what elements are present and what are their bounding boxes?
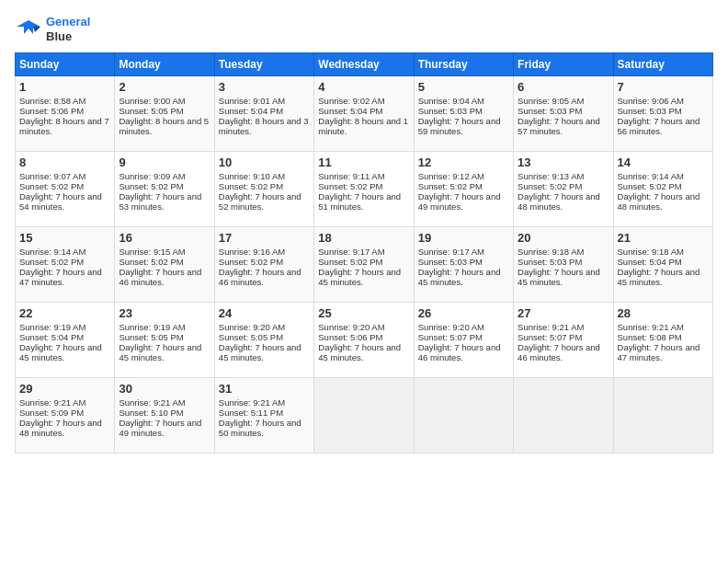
sunrise: Sunrise: 9:17 AM (318, 247, 384, 257)
daylight: Daylight: 7 hours and 45 minutes. (318, 267, 401, 287)
day-number: 23 (119, 306, 210, 320)
day-header-wednesday: Wednesday (314, 53, 414, 76)
calendar-cell: 30Sunrise: 9:21 AMSunset: 5:10 PMDayligh… (115, 378, 214, 454)
daylight: Daylight: 7 hours and 47 minutes. (618, 342, 700, 362)
day-number: 2 (119, 80, 210, 94)
week-row-5: 29Sunrise: 9:21 AMSunset: 5:09 PMDayligh… (16, 378, 713, 454)
sunset: Sunset: 5:11 PM (219, 408, 283, 418)
calendar-cell: 28Sunrise: 9:21 AMSunset: 5:08 PMDayligh… (613, 303, 712, 378)
week-row-3: 15Sunrise: 9:14 AMSunset: 5:02 PMDayligh… (16, 227, 713, 303)
day-number: 17 (219, 231, 310, 245)
sunset: Sunset: 5:02 PM (219, 257, 283, 267)
sunset: Sunset: 5:04 PM (318, 106, 382, 116)
daylight: Daylight: 7 hours and 45 minutes. (618, 267, 700, 287)
day-number: 24 (219, 306, 310, 320)
daylight: Daylight: 7 hours and 45 minutes. (119, 342, 201, 362)
sunrise: Sunrise: 9:18 AM (518, 247, 584, 257)
daylight: Daylight: 7 hours and 47 minutes. (19, 267, 102, 287)
day-number: 9 (119, 155, 210, 169)
sunset: Sunset: 5:02 PM (19, 181, 84, 191)
calendar-cell: 11Sunrise: 9:11 AMSunset: 5:02 PMDayligh… (314, 152, 414, 227)
calendar-cell: 15Sunrise: 9:14 AMSunset: 5:02 PMDayligh… (16, 227, 115, 303)
sunset: Sunset: 5:02 PM (418, 181, 483, 191)
sunrise: Sunrise: 9:21 AM (119, 397, 185, 408)
daylight: Daylight: 7 hours and 53 minutes. (119, 191, 201, 212)
calendar-cell: 13Sunrise: 9:13 AMSunset: 5:02 PMDayligh… (514, 152, 613, 227)
sunrise: Sunrise: 9:19 AM (119, 322, 185, 332)
sunset: Sunset: 5:02 PM (219, 181, 283, 191)
sunset: Sunset: 5:09 PM (19, 408, 84, 418)
day-number: 21 (618, 231, 709, 245)
sunrise: Sunrise: 9:09 AM (119, 171, 185, 181)
calendar-cell: 16Sunrise: 9:15 AMSunset: 5:02 PMDayligh… (115, 227, 214, 303)
sunrise: Sunrise: 9:20 AM (418, 322, 484, 332)
daylight: Daylight: 8 hours and 1 minute. (318, 116, 408, 136)
sunrise: Sunrise: 9:04 AM (418, 96, 484, 106)
daylight: Daylight: 7 hours and 48 minutes. (518, 191, 600, 212)
calendar-cell: 5Sunrise: 9:04 AMSunset: 5:03 PMDaylight… (414, 76, 513, 152)
sunrise: Sunrise: 9:01 AM (219, 96, 285, 106)
daylight: Daylight: 7 hours and 50 minutes. (219, 418, 301, 438)
day-number: 28 (618, 306, 709, 320)
sunset: Sunset: 5:07 PM (518, 332, 582, 342)
day-number: 12 (418, 155, 509, 169)
sunrise: Sunrise: 9:14 AM (19, 247, 85, 257)
calendar-cell: 31Sunrise: 9:21 AMSunset: 5:11 PMDayligh… (214, 378, 313, 454)
day-number: 6 (518, 80, 609, 94)
sunrise: Sunrise: 9:12 AM (418, 171, 484, 181)
calendar-cell: 18Sunrise: 9:17 AMSunset: 5:02 PMDayligh… (314, 227, 414, 303)
daylight: Daylight: 7 hours and 45 minutes. (518, 267, 600, 287)
calendar-cell: 4Sunrise: 9:02 AMSunset: 5:04 PMDaylight… (314, 76, 414, 152)
day-number: 5 (418, 80, 509, 94)
sunset: Sunset: 5:04 PM (219, 106, 283, 116)
calendar-cell (314, 378, 414, 454)
calendar-cell: 24Sunrise: 9:20 AMSunset: 5:05 PMDayligh… (214, 303, 313, 378)
day-header-saturday: Saturday (613, 53, 712, 76)
sunset: Sunset: 5:02 PM (618, 181, 682, 191)
daylight: Daylight: 7 hours and 45 minutes. (219, 342, 301, 362)
sunset: Sunset: 5:03 PM (418, 106, 483, 116)
day-header-friday: Friday (514, 53, 613, 76)
day-number: 4 (318, 80, 409, 94)
day-number: 29 (19, 382, 110, 396)
sunrise: Sunrise: 9:14 AM (618, 171, 684, 181)
daylight: Daylight: 7 hours and 48 minutes. (19, 418, 102, 438)
daylight: Daylight: 7 hours and 56 minutes. (618, 116, 700, 136)
day-header-tuesday: Tuesday (214, 53, 313, 76)
calendar-cell (613, 378, 712, 454)
header: GeneralBlue (15, 15, 713, 43)
sunrise: Sunrise: 9:13 AM (518, 171, 584, 181)
calendar-cell: 2Sunrise: 9:00 AMSunset: 5:05 PMDaylight… (115, 76, 214, 152)
daylight: Daylight: 7 hours and 57 minutes. (518, 116, 600, 136)
day-number: 26 (418, 306, 509, 320)
sunset: Sunset: 5:06 PM (318, 332, 382, 342)
sunset: Sunset: 5:04 PM (618, 257, 682, 267)
calendar-cell: 8Sunrise: 9:07 AMSunset: 5:02 PMDaylight… (16, 152, 115, 227)
calendar-cell: 14Sunrise: 9:14 AMSunset: 5:02 PMDayligh… (613, 152, 712, 227)
day-number: 22 (19, 306, 110, 320)
sunrise: Sunrise: 9:02 AM (318, 96, 384, 106)
sunrise: Sunrise: 9:07 AM (19, 171, 85, 181)
calendar-cell: 7Sunrise: 9:06 AMSunset: 5:03 PMDaylight… (613, 76, 712, 152)
sunrise: Sunrise: 9:21 AM (518, 322, 584, 332)
week-row-4: 22Sunrise: 9:19 AMSunset: 5:04 PMDayligh… (16, 303, 713, 378)
logo-text: GeneralBlue (46, 15, 90, 43)
calendar-cell: 6Sunrise: 9:05 AMSunset: 5:03 PMDaylight… (514, 76, 613, 152)
sunset: Sunset: 5:05 PM (219, 332, 283, 342)
calendar-cell (514, 378, 613, 454)
day-number: 7 (618, 80, 709, 94)
sunset: Sunset: 5:05 PM (119, 332, 183, 342)
day-header-thursday: Thursday (414, 53, 513, 76)
day-number: 19 (418, 231, 509, 245)
calendar-cell: 19Sunrise: 9:17 AMSunset: 5:03 PMDayligh… (414, 227, 513, 303)
daylight: Daylight: 7 hours and 48 minutes. (618, 191, 700, 212)
sunrise: Sunrise: 9:05 AM (518, 96, 584, 106)
sunrise: Sunrise: 9:18 AM (618, 247, 684, 257)
day-number: 20 (518, 231, 609, 245)
day-number: 13 (518, 155, 609, 169)
daylight: Daylight: 7 hours and 46 minutes. (518, 342, 600, 362)
sunset: Sunset: 5:08 PM (618, 332, 682, 342)
day-number: 15 (19, 231, 110, 245)
sunrise: Sunrise: 9:10 AM (219, 171, 285, 181)
daylight: Daylight: 7 hours and 59 minutes. (418, 116, 501, 136)
